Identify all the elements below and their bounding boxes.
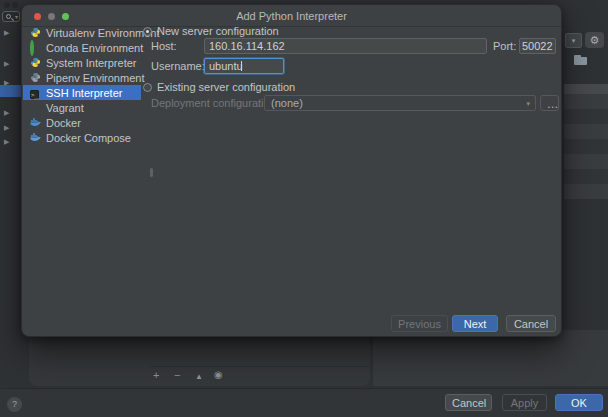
existing-server-radio[interactable]: Existing server configuration — [143, 81, 295, 93]
package-table-row — [564, 139, 608, 154]
port-input[interactable] — [519, 38, 556, 54]
sidebar-item-docker[interactable]: Docker — [23, 115, 141, 130]
folder-icon[interactable] — [572, 53, 590, 67]
settings-ok-button[interactable]: OK — [555, 394, 603, 411]
chevron-down-icon: ▾ — [526, 97, 530, 110]
new-server-radio[interactable]: New server configuration — [143, 25, 279, 37]
text-caret — [241, 61, 242, 71]
bg-traffic-light-1[interactable] — [4, 2, 10, 8]
package-table-row — [564, 169, 608, 184]
tree-expand-icon[interactable]: ▶ — [4, 138, 9, 146]
radio-label: New server configuration — [157, 25, 279, 37]
package-detail-panel — [373, 330, 608, 386]
interpreter-combo-arrow[interactable]: ▾ — [565, 33, 582, 48]
help-button[interactable]: ? — [7, 397, 22, 412]
python-icon — [30, 27, 41, 38]
sidebar-item-conda[interactable]: Conda Environment — [23, 40, 141, 55]
eye-icon[interactable]: ◉ — [214, 368, 223, 382]
tree-expand-icon[interactable]: ▶ — [4, 29, 9, 37]
sidebar-item-label: Docker — [46, 117, 81, 129]
tree-expand-icon[interactable]: ▶ — [4, 109, 9, 117]
package-table-header — [564, 84, 608, 94]
bg-traffic-light-2[interactable] — [12, 2, 18, 8]
sidebar-item-label: Docker Compose — [46, 132, 131, 144]
ssh-terminal-icon: >_ — [30, 87, 41, 98]
tree-expand-icon[interactable]: ▶ — [4, 124, 9, 132]
settings-tree-selected-item[interactable] — [0, 85, 21, 97]
chevron-down-icon: ▾ — [15, 14, 18, 21]
zoom-traffic-light[interactable] — [62, 13, 69, 20]
sidebar-item-docker-compose[interactable]: Docker Compose — [23, 130, 141, 145]
package-table-row — [564, 94, 608, 109]
dialog-cancel-button[interactable]: Cancel — [506, 315, 556, 332]
search-icon-handle — [11, 18, 14, 21]
python-icon — [30, 57, 41, 68]
username-input[interactable] — [204, 58, 284, 74]
vagrant-icon — [30, 102, 41, 113]
deployment-configuration-label: Deployment configuration: — [151, 95, 279, 111]
sidebar-item-label: SSH Interpreter — [46, 87, 122, 99]
tree-expand-icon[interactable]: ▶ — [4, 60, 9, 68]
docker-compose-icon — [30, 132, 41, 143]
host-input[interactable] — [204, 38, 487, 54]
list-scroll-mark[interactable] — [150, 168, 153, 177]
next-button[interactable]: Next — [452, 315, 498, 332]
remove-package-button[interactable]: − — [174, 368, 180, 382]
pipenv-icon — [30, 72, 41, 83]
host-label: Host: — [151, 38, 177, 54]
username-label: Username: — [151, 58, 205, 74]
package-table-row — [564, 124, 608, 139]
deployment-configuration-select[interactable]: (none) ▾ — [264, 95, 536, 111]
previous-button[interactable]: Previous — [391, 315, 448, 332]
close-traffic-light[interactable] — [34, 13, 41, 20]
add-python-interpreter-dialog: Add Python Interpreter Virtualenv Enviro… — [21, 4, 562, 337]
sidebar-item-pipenv[interactable]: Pipenv Environment — [23, 70, 141, 85]
toolbar-divider — [150, 366, 370, 367]
package-table-row — [564, 184, 608, 199]
conda-icon — [30, 42, 41, 53]
upgrade-package-icon[interactable]: ▲ — [195, 370, 203, 384]
sidebar-item-vagrant[interactable]: Vagrant — [23, 100, 141, 115]
add-package-button[interactable]: + — [153, 368, 159, 382]
sidebar-item-ssh-interpreter[interactable]: >_ SSH Interpreter — [23, 85, 141, 100]
chevron-down-icon: ▾ — [572, 37, 576, 44]
package-table-row — [564, 154, 608, 169]
gear-icon[interactable]: ⚙ — [585, 32, 604, 48]
sidebar-item-label: Conda Environment — [46, 42, 143, 54]
screen: ▾ ▶ ▶ ▶ ▶ ▶ ▶ ▾ ⚙ + − ▲ ◉ ? Cancel Apply… — [0, 0, 608, 417]
settings-search-input[interactable]: ▾ — [2, 11, 20, 22]
radio-unselected-icon — [143, 83, 152, 92]
port-label: Port: — [493, 38, 516, 54]
sidebar-item-label: Pipenv Environment — [46, 72, 144, 84]
sidebar-item-label: System Interpreter — [46, 57, 136, 69]
settings-cancel-button[interactable]: Cancel — [445, 394, 492, 411]
docker-whale-icon — [30, 117, 41, 128]
selected-option: (none) — [271, 97, 303, 109]
package-table-row — [564, 109, 608, 124]
radio-label: Existing server configuration — [157, 81, 295, 93]
dialog-title: Add Python Interpreter — [236, 10, 347, 22]
sidebar-item-virtualenv[interactable]: Virtualenv Environment — [23, 25, 141, 40]
browse-deployment-button[interactable]: ... — [540, 95, 559, 111]
sidebar-item-system-interpreter[interactable]: System Interpreter — [23, 55, 141, 70]
minimize-traffic-light — [48, 13, 55, 20]
dialog-titlebar: Add Python Interpreter — [22, 5, 561, 27]
radio-selected-icon — [143, 27, 152, 36]
settings-apply-button[interactable]: Apply — [502, 394, 547, 411]
sidebar-item-label: Vagrant — [46, 102, 84, 114]
